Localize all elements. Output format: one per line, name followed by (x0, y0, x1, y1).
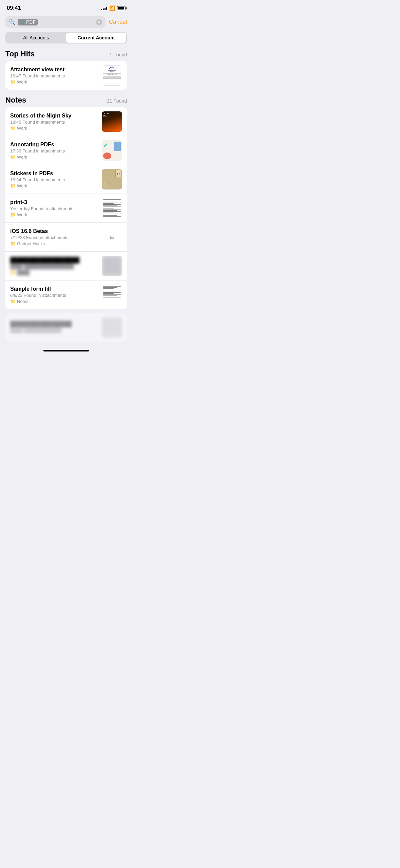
cancel-button[interactable]: Cancel (109, 19, 127, 25)
search-token: 📎 PDF (18, 19, 38, 25)
search-bar[interactable]: 🔍 📎 PDF ✕ (5, 16, 106, 28)
folder-name: ████ (17, 270, 30, 275)
folder-icon: 📁 (10, 299, 16, 304)
search-icon: 🔍 (9, 19, 16, 25)
folder-name: Notes (17, 299, 28, 304)
folder-icon: 📁 (10, 270, 16, 275)
list-item[interactable]: iOS 16.6 Betas 7/19/23 Found in attachme… (5, 223, 127, 252)
home-indicator (43, 350, 89, 351)
note-thumbnail: 🧪 (102, 140, 122, 161)
notes-header: Notes 11 Found (0, 94, 132, 107)
wifi-icon: 📶 (109, 5, 115, 11)
note-content: Sample form fill 6/8/23 Found in attachm… (10, 286, 98, 304)
note-title: print-3 (10, 199, 98, 205)
note-meta: 16:47 Found in attachments (10, 73, 98, 78)
segment-control: All Accounts Current Account (5, 32, 127, 43)
note-thumbnail (102, 256, 122, 276)
note-content: Stickers in PDFs 16:34 Found in attachme… (10, 170, 98, 188)
notes-card-extra: ████████████████ ████ ████████████ (5, 313, 127, 342)
folder-icon: 📁 (10, 155, 16, 160)
top-hits-header: Top Hits 1 Found (0, 48, 132, 61)
note-content: Attachment view test 16:47 Found in atta… (10, 67, 98, 85)
list-item[interactable]: print-3 Yesterday Found in attachments 📁… (5, 194, 127, 223)
top-hits-card: Attachment view test 16:47 Found in atta… (5, 61, 127, 90)
note-content: print-3 Yesterday Found in attachments 📁… (10, 199, 98, 217)
note-content: ████████████████ ████ ████████████ (10, 321, 98, 334)
note-folder: 📁 Gadget Hacks (10, 241, 98, 246)
notes-count: 11 Found (107, 98, 127, 104)
list-item[interactable]: ██████████████████ ████ ████████████████… (5, 252, 127, 281)
note-title: Stories of the Night Sky (10, 113, 98, 119)
note-meta: 7/19/23 Found in attachments (10, 235, 98, 240)
note-folder: 📁 Notes (10, 299, 98, 304)
list-item[interactable]: Annotating PDFs 17:36 Found in attachmen… (5, 136, 127, 165)
note-meta: ████ ████████████████ (10, 264, 98, 269)
note-folder: 📁 ████ (10, 270, 98, 275)
folder-icon: 📁 (10, 126, 16, 131)
folder-icon: 📁 (10, 212, 16, 217)
note-folder: 📁 Work (10, 183, 98, 188)
note-thumbnail: ⊞ (102, 227, 122, 247)
status-icons: 📶 (101, 5, 126, 11)
note-thumbnail (102, 317, 122, 338)
folder-name: Work (17, 155, 27, 160)
folder-name: Work (17, 212, 27, 217)
status-bar: 09:41 📶 (0, 0, 132, 14)
note-meta: Yesterday Found in attachments (10, 206, 98, 211)
search-container: 🔍 📎 PDF ✕ Cancel (0, 14, 132, 31)
note-folder: 📁 Work (10, 212, 98, 217)
list-item[interactable]: ████████████████ ████ ████████████ (5, 313, 127, 342)
note-thumbnail: 17 MAPDATA (102, 169, 122, 189)
all-accounts-tab[interactable]: All Accounts (6, 33, 66, 43)
note-meta: 6/8/23 Found in attachments (10, 293, 98, 298)
top-hits-count: 1 Found (110, 52, 127, 57)
list-item[interactable]: Sample form fill 6/8/23 Found in attachm… (5, 281, 127, 309)
home-indicator-area (0, 342, 132, 357)
note-thumbnail (102, 198, 122, 218)
folder-icon: 📁 (10, 241, 16, 246)
folder-name: Work (17, 183, 27, 188)
list-item[interactable]: Stickers in PDFs 16:34 Found in attachme… (5, 165, 127, 194)
battery-icon (117, 6, 126, 10)
note-folder: 📁 Work (10, 155, 98, 160)
note-thumbnail (102, 285, 122, 305)
search-token-label: PDF (26, 19, 36, 25)
note-meta: 16:34 Found in attachments (10, 177, 98, 182)
note-title: ████████████████ (10, 321, 98, 327)
note-title: iOS 16.6 Betas (10, 228, 98, 234)
top-hits-title: Top Hits (5, 50, 35, 58)
folder-name: Gadget Hacks (17, 241, 45, 246)
note-content: Annotating PDFs 17:36 Found in attachmen… (10, 142, 98, 160)
folder-name: Work (17, 126, 27, 131)
note-title: ██████████████████ (10, 257, 98, 263)
notes-card: Stories of the Night Sky 18:45 Found in … (5, 107, 127, 309)
note-title: Annotating PDFs (10, 142, 98, 148)
note-thumbnail: OF THENIG… (102, 111, 122, 132)
current-account-tab[interactable]: Current Account (66, 33, 126, 43)
folder-icon: 📁 (10, 183, 16, 188)
note-title: Stickers in PDFs (10, 170, 98, 177)
notes-title: Notes (5, 96, 26, 105)
folder-icon: 📁 (10, 79, 16, 85)
note-title: Sample form fill (10, 286, 98, 292)
list-item[interactable]: Attachment view test 16:47 Found in atta… (5, 61, 127, 90)
signal-icon (101, 6, 107, 10)
search-clear-button[interactable]: ✕ (96, 19, 102, 25)
note-meta: 17:36 Found in attachments (10, 148, 98, 153)
note-thumbnail: NASPAWord List2020 Edition NWL2020 Chang… (102, 65, 122, 86)
note-content: Stories of the Night Sky 18:45 Found in … (10, 113, 98, 131)
list-item[interactable]: Stories of the Night Sky 18:45 Found in … (5, 107, 127, 136)
folder-name: Work (17, 79, 27, 85)
status-time: 09:41 (7, 5, 21, 12)
note-content: ██████████████████ ████ ████████████████… (10, 257, 98, 275)
note-title: Attachment view test (10, 67, 98, 73)
attachment-icon: 📎 (20, 20, 25, 24)
note-meta: 18:45 Found in attachments (10, 120, 98, 125)
note-content: iOS 16.6 Betas 7/19/23 Found in attachme… (10, 228, 98, 246)
note-folder: 📁 Work (10, 79, 98, 85)
note-meta: ████ ████████████ (10, 328, 98, 333)
pdf-icon: ⊞ (110, 234, 114, 240)
note-folder: 📁 Work (10, 126, 98, 131)
